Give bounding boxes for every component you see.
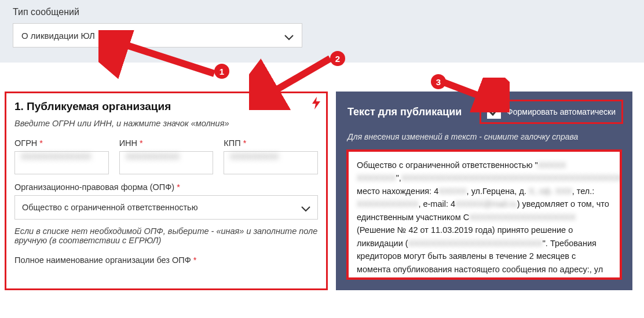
opf-hint: Если в списке нет необходимой ОПФ, выбер… — [14, 226, 318, 245]
badge-3: 3 — [431, 74, 446, 89]
inn-input[interactable]: XXXXXXXXXX — [119, 151, 214, 174]
kpp-input[interactable]: XXXXXXXXX — [224, 151, 318, 174]
arrow-3 — [440, 78, 510, 112]
inn-field: ИНН * XXXXXXXXXX — [119, 138, 214, 174]
opf-value: Общество с ограниченной ответственностью — [22, 203, 198, 212]
badge-2: 2 — [330, 51, 345, 66]
badge-1: 1 — [214, 64, 229, 79]
svg-line-2 — [444, 82, 489, 100]
id-fields-row: ОГРН * XXXXXXXXXXXXX ИНН * XXXXXXXXXX КП… — [14, 138, 318, 174]
svg-line-0 — [116, 42, 214, 74]
inn-label: ИНН * — [119, 138, 214, 148]
arrow-1 — [98, 30, 232, 83]
opf-select[interactable]: Общество с ограниченной ответственностью — [14, 195, 318, 220]
ogrn-field: ОГРН * XXXXXXXXXXXXX — [14, 138, 109, 174]
kpp-field: КПП * XXXXXXXXX — [224, 138, 318, 174]
svg-line-1 — [266, 59, 330, 96]
message-type-value: О ликвидации ЮЛ — [21, 31, 95, 41]
publication-textarea[interactable]: Общество с ограниченной ответственностью… — [346, 149, 622, 280]
fullname-label: Полное наименование организации без ОПФ … — [14, 255, 318, 265]
publication-text-panel: Текст для публикации Формировать автомат… — [336, 92, 632, 290]
right-subtitle: Для внесения изменений в текст - снимите… — [336, 127, 632, 149]
ogrn-label: ОГРН * — [14, 138, 109, 148]
auto-generate-label: Формировать автоматически — [507, 107, 616, 116]
kpp-label: КПП * — [224, 138, 318, 148]
panel-hint: Введите ОГРН или ИНН, и нажмите значок «… — [14, 119, 318, 128]
message-type-label: Тип сообщений — [13, 7, 631, 17]
opf-label: Организационно-правовая форма (ОПФ) * — [14, 182, 318, 192]
lower-container: 1. Публикуемая организация Введите ОГРН … — [0, 92, 644, 290]
ogrn-input[interactable]: XXXXXXXXXXXXX — [14, 151, 109, 174]
chevron-down-icon — [301, 204, 310, 210]
top-bar: Тип сообщений О ликвидации ЮЛ — [0, 0, 644, 63]
publishing-org-panel: 1. Публикуемая организация Введите ОГРН … — [5, 92, 328, 290]
chevron-down-icon — [284, 32, 294, 38]
